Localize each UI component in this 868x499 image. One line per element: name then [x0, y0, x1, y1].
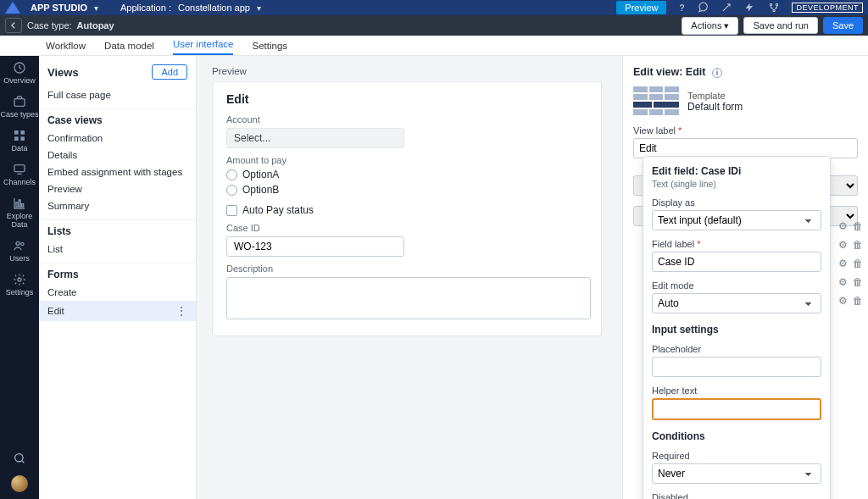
checkbox-icon[interactable]: [226, 205, 237, 216]
view-full-case-page[interactable]: Full case page: [39, 86, 196, 103]
rail-label: Data: [11, 144, 27, 152]
template-thumbnail-icon: [633, 86, 679, 117]
svg-rect-4: [14, 99, 25, 107]
svg-rect-10: [16, 202, 18, 207]
studio-name: APP STUDIO: [31, 3, 87, 13]
application-label: Application :: [120, 3, 171, 13]
amount-option-a[interactable]: OptionA: [226, 169, 587, 180]
branch-icon[interactable]: [768, 2, 785, 14]
template-value: Default form: [687, 101, 743, 113]
edit-mode-select[interactable]: Auto: [652, 293, 821, 313]
required-label: Required: [652, 451, 821, 461]
rail-data[interactable]: Data: [11, 129, 27, 152]
rail-label: Settings: [6, 288, 34, 297]
application-switcher-chevron-icon[interactable]: ▾: [257, 3, 261, 13]
rail-channels[interactable]: Channels: [3, 163, 36, 186]
chevron-down-icon: ▾: [724, 20, 729, 30]
view-item[interactable]: Details: [39, 147, 196, 164]
app-bar: APP STUDIO ▾ Application : Constellation…: [0, 0, 868, 15]
svg-point-2: [773, 9, 775, 11]
caseid-field-label: Case ID: [226, 223, 587, 233]
view-item[interactable]: Create: [39, 284, 196, 301]
view-item[interactable]: Summary: [39, 197, 196, 214]
tab-settings[interactable]: Settings: [252, 41, 287, 55]
help-icon[interactable]: ？: [673, 2, 690, 14]
display-as-select[interactable]: Text input (default): [652, 210, 821, 230]
description-textarea[interactable]: [226, 277, 591, 319]
trash-icon[interactable]: 🗑: [853, 276, 863, 288]
chat-icon[interactable]: [697, 2, 714, 14]
svg-rect-9: [14, 165, 25, 172]
edit-mode-label: Edit mode: [652, 280, 821, 291]
gear-icon[interactable]: ⚙: [838, 276, 848, 288]
required-select[interactable]: Never: [652, 463, 821, 484]
view-item[interactable]: Embed assignment with stages: [39, 164, 196, 180]
save-and-run-button[interactable]: Save and run: [743, 17, 817, 34]
gear-icon[interactable]: ⚙: [838, 220, 848, 232]
views-group-lists: Lists: [39, 219, 196, 241]
trash-icon[interactable]: 🗑: [853, 295, 863, 307]
preview-app-button[interactable]: Preview: [616, 1, 666, 14]
trash-icon[interactable]: 🗑: [853, 220, 863, 232]
studio-switcher-chevron-icon[interactable]: ▾: [94, 3, 98, 13]
user-avatar[interactable]: [11, 475, 28, 492]
field-label-input[interactable]: [652, 252, 821, 272]
view-item-selected[interactable]: Edit ⋮: [39, 301, 196, 321]
case-type-name: Autopay: [77, 20, 114, 30]
rail-users[interactable]: Users: [9, 239, 30, 263]
tab-workflow[interactable]: Workflow: [46, 41, 86, 55]
svg-point-13: [16, 241, 19, 245]
case-type-prefix: Case type:: [27, 20, 72, 30]
view-item[interactable]: Preview: [39, 180, 196, 197]
gear-icon[interactable]: ⚙: [838, 295, 848, 307]
tab-user-interface[interactable]: User interface: [173, 39, 234, 55]
placeholder-input[interactable]: [652, 357, 821, 377]
view-item[interactable]: List: [39, 241, 196, 258]
conditions-heading: Conditions: [652, 430, 821, 442]
svg-point-14: [21, 242, 24, 245]
tab-data-model[interactable]: Data model: [104, 41, 154, 55]
actions-menu-button[interactable]: Actions ▾: [682, 17, 738, 35]
bolt-icon[interactable]: [744, 2, 761, 14]
info-icon[interactable]: i: [738, 165, 741, 177]
account-select[interactable]: Select...: [226, 128, 404, 148]
rail-case-types[interactable]: Case types: [0, 95, 38, 119]
svg-point-0: [771, 3, 772, 5]
trash-icon[interactable]: 🗑: [853, 239, 863, 251]
rail-explore-data[interactable]: Explore Data: [0, 197, 39, 229]
helper-text-input[interactable]: [652, 398, 821, 420]
rail-overview[interactable]: Overview: [3, 61, 36, 85]
description-field-label: Description: [226, 263, 587, 274]
view-label-label: View label: [633, 125, 676, 136]
application-name: Constellation app: [178, 3, 250, 13]
gear-icon[interactable]: ⚙: [838, 258, 848, 269]
svg-rect-12: [22, 204, 24, 207]
svg-point-16: [15, 454, 23, 462]
preview-label: Preview: [212, 66, 607, 76]
center-preview: Preview Edit Account Select... Amount to…: [197, 56, 622, 499]
info-icon[interactable]: i: [712, 68, 722, 78]
view-item[interactable]: Confirmation: [39, 130, 196, 147]
back-button[interactable]: [5, 18, 22, 33]
save-button[interactable]: Save: [823, 17, 863, 34]
views-group-forms: Forms: [39, 263, 196, 284]
add-view-button[interactable]: Add: [152, 64, 187, 80]
edit-view-heading: Edit view: Edit i: [633, 66, 858, 78]
disabled-label: Disabled: [652, 492, 821, 499]
left-rail: Overview Case types Data Channels Explor…: [0, 56, 39, 499]
autopay-checkbox-label: Auto Pay status: [242, 204, 314, 216]
rail-search-icon[interactable]: [13, 452, 26, 465]
template-label: Template: [687, 91, 743, 101]
caseid-input[interactable]: [226, 236, 404, 257]
rail-label: Overview: [3, 76, 36, 85]
rail-label: Channels: [3, 178, 36, 186]
preview-card-title: Edit: [226, 92, 587, 106]
trash-icon[interactable]: 🗑: [853, 258, 863, 269]
rail-settings[interactable]: Settings: [6, 273, 34, 297]
gear-icon[interactable]: ⚙: [838, 239, 848, 251]
amount-option-b[interactable]: OptionB: [226, 184, 587, 196]
preview-card: Edit Account Select... Amount to pay Opt…: [212, 81, 602, 336]
wand-icon[interactable]: [721, 2, 737, 14]
svg-point-15: [18, 278, 21, 281]
view-item-menu-icon[interactable]: ⋮: [175, 304, 187, 318]
